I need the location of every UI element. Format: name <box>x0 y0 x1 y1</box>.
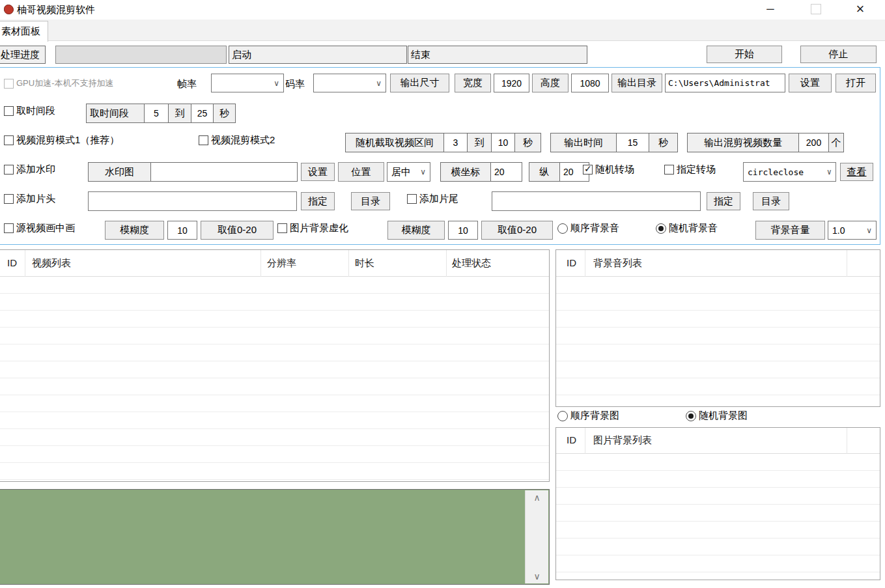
position-button[interactable]: 位置 <box>338 162 384 182</box>
bg-image-table[interactable]: ID 图片背景列表 <box>555 427 880 580</box>
random-cut-label: 随机截取视频区间 <box>346 133 443 152</box>
intro-specify-button[interactable]: 指定 <box>301 192 335 210</box>
output-dir-input[interactable]: C:\Users\Administrat <box>665 74 785 92</box>
y-coord-label: 纵 <box>529 163 559 181</box>
bg-blur-checkbox[interactable]: 图片背景虚化 <box>277 222 348 234</box>
width-input[interactable]: 1920 <box>494 74 529 92</box>
bgm-random-radio[interactable]: 随机背景音 <box>656 222 718 234</box>
random-cut-group: 随机截取视频区间 3 到 10 秒 <box>345 133 541 152</box>
checkbox-icon[interactable] <box>4 135 14 145</box>
framerate-select[interactable]: ∨ <box>211 74 284 92</box>
radio-icon[interactable] <box>557 223 568 234</box>
position-select[interactable]: 居中 ∨ <box>387 162 430 182</box>
height-button[interactable]: 高度 <box>532 74 569 92</box>
checkbox-icon[interactable] <box>4 194 14 204</box>
pip-blur-range-button[interactable]: 取值0-20 <box>201 221 274 240</box>
bg-blur-range-button[interactable]: 取值0-20 <box>481 221 553 240</box>
output-count-input[interactable]: 200 <box>798 133 828 152</box>
transition-select[interactable]: circleclose ∨ <box>743 162 836 182</box>
watermark-image-group: 水印图 <box>88 162 298 182</box>
seconds-label: 秒 <box>649 133 677 152</box>
bg-blur-input[interactable]: 10 <box>448 221 478 240</box>
y-coord-group: 纵 20 <box>529 162 589 182</box>
checkbox-icon[interactable] <box>664 165 674 175</box>
end-time-field[interactable]: 结束 <box>408 46 587 64</box>
bgm-sequential-radio[interactable]: 顺序背景音 <box>557 222 619 234</box>
scroll-up-icon[interactable]: ∧ <box>526 492 548 503</box>
bgm-volume-button[interactable]: 背景音量 <box>755 221 825 240</box>
bg-image-random-label: 随机背景图 <box>699 410 748 422</box>
app-icon <box>4 5 14 14</box>
outro-input[interactable] <box>492 191 701 211</box>
watermark-image-button[interactable]: 水印图 <box>89 163 150 181</box>
outro-specify-button[interactable]: 指定 <box>707 192 740 210</box>
specified-transition-checkbox[interactable]: 指定转场 <box>664 163 716 176</box>
bg-image-col-id: ID <box>567 434 576 445</box>
output-dir-button[interactable]: 输出目录 <box>611 74 662 92</box>
cut-to-input[interactable]: 10 <box>491 133 514 152</box>
radio-checked-icon[interactable] <box>656 223 666 234</box>
pip-blur-button[interactable]: 模糊度 <box>105 221 164 240</box>
radio-icon[interactable] <box>557 411 568 421</box>
bitrate-select[interactable]: ∨ <box>313 74 386 92</box>
gpu-accel-checkbox: GPU加速-本机不支持加速 <box>4 77 114 89</box>
bgm-volume-select[interactable]: 1.0 ∨ <box>828 221 877 240</box>
x-coord-input[interactable]: 20 <box>490 163 522 181</box>
checkbox-icon[interactable] <box>4 106 14 116</box>
dir-open-button[interactable]: 打开 <box>836 74 876 92</box>
random-transition-checkbox[interactable]: 随机转场 <box>583 163 634 176</box>
time-to-input[interactable]: 25 <box>191 104 213 122</box>
scroll-down-icon[interactable]: ∨ <box>526 570 548 582</box>
width-button[interactable]: 宽度 <box>455 74 491 92</box>
mix-mode1-checkbox[interactable]: 视频混剪模式1（推荐） <box>4 134 119 147</box>
time-from-input[interactable]: 5 <box>144 104 168 122</box>
log-scrollbar[interactable]: ∧ ∨ <box>525 490 548 583</box>
close-button[interactable]: × <box>849 0 871 18</box>
outro-dir-button[interactable]: 目录 <box>753 192 789 210</box>
stop-button[interactable]: 停止 <box>800 46 877 63</box>
log-panel[interactable]: ∧ ∨ <box>0 489 550 585</box>
bg-image-sequential-radio[interactable]: 顺序背景图 <box>557 410 619 422</box>
bg-blur-button[interactable]: 模糊度 <box>387 221 445 240</box>
intro-input[interactable] <box>88 191 297 211</box>
output-size-button[interactable]: 输出尺寸 <box>390 74 449 92</box>
cut-from-input[interactable]: 3 <box>443 133 467 152</box>
pip-checkbox[interactable]: 源视频画中画 <box>4 222 75 234</box>
time-segment-checkbox[interactable]: 取时间段 <box>4 105 55 117</box>
watermark-set-button[interactable]: 设置 <box>301 163 335 181</box>
start-button[interactable]: 开始 <box>707 46 782 63</box>
intro-label: 添加片头 <box>16 193 55 205</box>
minimize-button[interactable]: ─ <box>759 0 781 18</box>
checkbox-icon[interactable] <box>4 223 14 233</box>
view-transition-button[interactable]: 查看 <box>840 163 873 181</box>
dir-set-button[interactable]: 设置 <box>789 74 832 92</box>
bitrate-label: 码率 <box>285 78 305 91</box>
settings-group-border <box>0 67 880 245</box>
output-time-input[interactable]: 15 <box>616 133 649 152</box>
mix-mode2-checkbox[interactable]: 视频混剪模式2 <box>199 134 275 147</box>
pip-blur-input[interactable]: 10 <box>167 221 197 240</box>
time-segment-group: 取时间段 5 到 25 秒 <box>86 104 236 123</box>
video-col-resolution: 分辨率 <box>267 257 296 270</box>
video-col-list: 视频列表 <box>32 257 71 270</box>
radio-checked-icon[interactable] <box>686 411 696 421</box>
checkbox-icon[interactable] <box>277 223 287 233</box>
intro-dir-button[interactable]: 目录 <box>351 192 390 210</box>
outro-checkbox[interactable]: 添加片尾 <box>407 193 458 205</box>
video-table[interactable]: ID 视频列表 分辨率 时长 处理状态 <box>0 249 550 482</box>
seconds-label: 秒 <box>514 133 541 152</box>
checkbox-icon[interactable] <box>407 194 417 204</box>
checkbox-checked-icon[interactable] <box>583 165 593 175</box>
watermark-image-input[interactable] <box>150 163 297 181</box>
intro-checkbox[interactable]: 添加片头 <box>4 193 55 205</box>
output-count-group: 输出混剪视频数量 200 个 <box>687 133 844 152</box>
maximize-button[interactable] <box>805 0 827 18</box>
checkbox-icon[interactable] <box>199 135 208 145</box>
start-time-field[interactable]: 启动 <box>229 46 407 64</box>
height-input[interactable]: 1080 <box>571 74 609 92</box>
checkbox-icon[interactable] <box>4 165 14 175</box>
tab-material-panel[interactable]: 素材面板 <box>0 21 48 42</box>
watermark-checkbox[interactable]: 添加水印 <box>4 163 55 176</box>
bg-image-random-radio[interactable]: 随机背景图 <box>686 410 748 422</box>
bgm-table[interactable]: ID 背景音列表 <box>555 249 880 407</box>
